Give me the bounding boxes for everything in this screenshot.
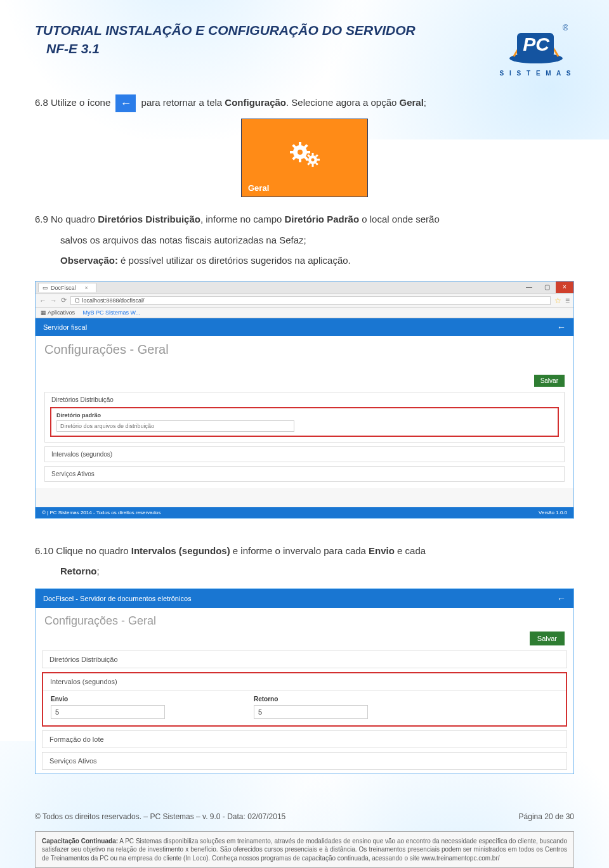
svg-rect-19: [317, 159, 320, 161]
screenshot-1: ▭ DocFiscal × — ▢ × ← → ⟳ 🗋 localhost:88…: [35, 281, 574, 519]
retorno-input[interactable]: [254, 705, 368, 719]
section-header-diretorios: Diretórios Distribuição: [45, 392, 564, 407]
highlight-diretorio-padrao: Diretório padrão: [50, 407, 559, 437]
section-servicos-2[interactable]: Serviços Ativos: [42, 752, 567, 770]
page-header: TUTORIAL INSTALAÇÃO E CONFIGURAÇÃO DO SE…: [35, 22, 574, 77]
svg-point-15: [311, 159, 315, 162]
svg-point-5: [298, 150, 303, 155]
reload-icon[interactable]: ⟳: [61, 296, 67, 304]
apps-shortcut[interactable]: ▦ Aplicativos: [41, 309, 75, 316]
section-header-intervalos: Intervalos (segundos): [45, 447, 564, 462]
page-icon: ▭: [43, 285, 48, 291]
highlight-intervalos: Intervalos (segundos) Envio Retorno: [42, 672, 567, 727]
field-label-diretorio: Diretório padrão: [56, 412, 553, 418]
browser-menu-icon[interactable]: ≡: [565, 296, 570, 305]
close-tab-icon[interactable]: ×: [85, 285, 88, 291]
footer-version: Versão 1.0.0: [539, 510, 567, 515]
svg-rect-17: [312, 164, 314, 167]
doc-title-line1: TUTORIAL INSTALAÇÃO E CONFIGURAÇÃO DO SE…: [35, 22, 416, 39]
step-6-10-line1: 6.10 Clique no quadro Intervalos (segund…: [35, 544, 574, 559]
svg-rect-18: [306, 159, 308, 161]
svg-rect-9: [306, 151, 310, 153]
minimize-icon[interactable]: —: [520, 282, 538, 293]
svg-rect-7: [299, 159, 301, 162]
config-page-title: Configurações - Geral: [44, 342, 565, 357]
section-header-intervalos-2[interactable]: Intervalos (segundos): [43, 673, 566, 690]
logo-subtext: S I S T E M A S: [498, 70, 574, 77]
maximize-icon[interactable]: ▢: [538, 282, 556, 293]
section-servicos[interactable]: Serviços Ativos: [44, 466, 565, 482]
app-back-icon[interactable]: ←: [557, 322, 566, 332]
step-6-9-obs: Observação: é possível utilizar os diret…: [60, 254, 574, 268]
footer-left: © Todos os direitos reservados. – PC Sis…: [35, 812, 285, 821]
diretorio-padrao-input[interactable]: [56, 420, 294, 432]
section-diretorios[interactable]: Diretórios Distribuição Diretório padrão: [44, 392, 565, 443]
section-formacao-lote[interactable]: Formação do lote: [42, 730, 567, 748]
bookmark-link[interactable]: MyB PC Sistemas W...: [83, 309, 141, 316]
config-page-title-2: Configurações - Geral: [44, 614, 565, 628]
screenshot-2: DocFiscel - Servidor de documentos eletr…: [35, 588, 574, 774]
page-footer: © Todos os direitos reservados. – PC Sis…: [35, 812, 574, 821]
svg-rect-16: [312, 153, 314, 155]
doc-title-line2: NF-E 3.1: [46, 41, 416, 56]
section-header-servicos-2: Serviços Ativos: [43, 753, 566, 769]
step-6-8: 6.8 Utilize o ícone ← para retornar a te…: [35, 94, 574, 112]
step-6-9-line2: salvos os arquivos das notas fiscais aut…: [60, 233, 574, 248]
app-back-icon-2[interactable]: ←: [557, 593, 566, 604]
window-close-icon[interactable]: ×: [556, 282, 573, 293]
salvar-button[interactable]: Salvar: [534, 375, 565, 387]
section-header-diretorios-2: Diretórios Distribuição: [43, 651, 566, 668]
svg-text:PC: PC: [523, 34, 550, 55]
address-bar[interactable]: 🗋 localhost:8888/docfiscal/: [70, 296, 551, 305]
geral-tile: Geral: [241, 119, 368, 197]
svg-text:®: ®: [563, 23, 568, 32]
app-title: Servidor fiscal: [43, 323, 87, 331]
footer-right: Página 20 de 30: [519, 812, 574, 821]
geral-tile-label: Geral: [248, 183, 269, 193]
label-retorno: Retorno: [254, 696, 381, 703]
step-6-10-line2: Retorno;: [60, 564, 574, 579]
salvar-button-2[interactable]: Salvar: [530, 632, 565, 645]
section-diretorios-2[interactable]: Diretórios Distribuição: [42, 651, 567, 668]
back-icon[interactable]: ←: [39, 297, 46, 304]
bookmark-star-icon[interactable]: ☆: [554, 296, 561, 305]
gears-icon: [286, 138, 324, 170]
section-intervalos[interactable]: Intervalos (segundos): [44, 446, 565, 462]
section-header-formacao-lote: Formação do lote: [43, 731, 566, 748]
app-title-2: DocFiscel - Servidor de documentos eletr…: [43, 595, 192, 602]
envio-input[interactable]: [51, 705, 165, 719]
step-6-9-line1: 6.9 No quadro Diretórios Distribuição, i…: [35, 212, 574, 227]
forward-icon[interactable]: →: [50, 297, 57, 304]
back-arrow-icon: ←: [115, 94, 136, 112]
svg-rect-6: [299, 142, 301, 146]
pc-logo: PC ® S I S T E M A S: [498, 22, 574, 77]
section-header-servicos: Serviços Ativos: [45, 467, 564, 481]
label-envio: Envio: [51, 696, 178, 703]
capacitacao-box: Capacitação Continuada: A PC Sistemas di…: [35, 831, 574, 869]
browser-tab[interactable]: ▭ DocFiscal ×: [38, 283, 96, 292]
footer-copyright: © | PC Sistemas 2014 - Todos os direitos…: [42, 510, 160, 515]
svg-rect-8: [290, 151, 294, 153]
